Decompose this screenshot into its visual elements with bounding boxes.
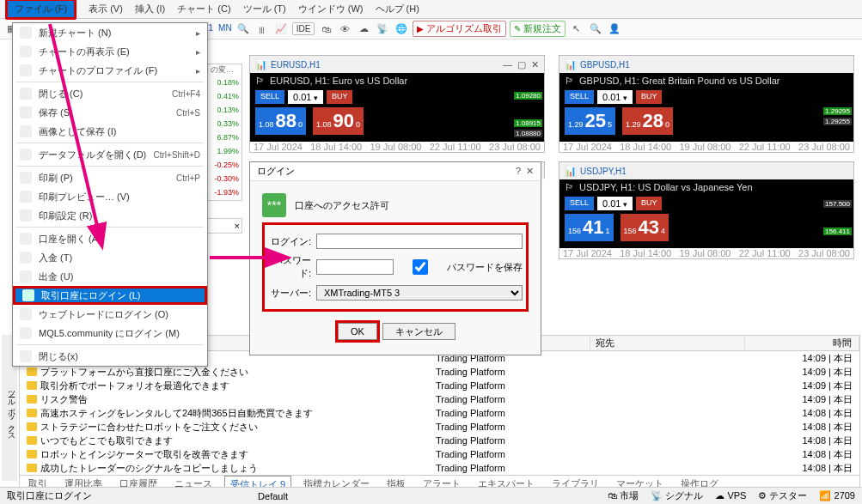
search-icon[interactable]: 🔍 — [588, 21, 603, 37]
mi-login-web[interactable]: ウェブトレードにログイン (O) — [13, 305, 207, 324]
menubar: ファイル (F) 表示 (V) 挿入 (I) チャート (C) ツール (T) … — [0, 0, 862, 19]
rate-val: 6.87% — [207, 133, 241, 147]
sell-button[interactable]: SELL — [565, 197, 594, 210]
sell-button[interactable]: SELL — [565, 90, 594, 104]
close-icon[interactable]: ✕ — [526, 166, 534, 177]
server-label: サーバー: — [268, 287, 311, 300]
price-label: 1.08915 — [514, 119, 542, 127]
server-select[interactable]: XMTrading-MT5 3 — [316, 285, 523, 301]
buy-button[interactable]: BUY — [636, 90, 663, 104]
table-row[interactable]: 取引分析でポートフォリオを最適化できますTrading Platform14:0… — [20, 379, 859, 392]
price-label: 1.08880 — [514, 130, 542, 137]
eye-icon[interactable]: 👁 — [337, 21, 352, 37]
chart-gbpusd: 📊GBPUSD,H1 🏳GBPUSD, H1: Great Britain Po… — [559, 55, 854, 153]
login-input[interactable] — [316, 234, 523, 249]
mail-subject: プラットフォームから直接口座にご入金ください — [40, 366, 248, 379]
annotation-arrow-1 — [41, 24, 136, 258]
status-tester[interactable]: ⚙ テスター — [758, 489, 807, 502]
cancel-button[interactable]: キャンセル — [382, 323, 455, 340]
menu-insert[interactable]: 挿入 (I) — [135, 3, 165, 15]
rate-val: 1.99% — [207, 147, 241, 161]
qty-input[interactable]: 0.01 ▾ — [597, 197, 633, 210]
buy-button[interactable]: BUY — [327, 90, 353, 104]
close-icon[interactable]: ✕ — [531, 59, 539, 70]
table-row[interactable]: リスク警告Trading Platform14:09 | 本日 — [20, 392, 859, 406]
help-icon[interactable]: ? — [516, 166, 521, 177]
price-label: 1.29255 — [823, 118, 852, 125]
col-time[interactable]: 時間 — [828, 337, 859, 349]
mail-time: 14:08 | 本日 — [803, 434, 860, 447]
table-row[interactable]: プラットフォームから直接口座にご入金くださいTrading Platform14… — [20, 365, 859, 379]
tf-mn[interactable]: MN — [218, 23, 232, 34]
status-market[interactable]: 🛍 市場 — [608, 489, 639, 502]
mail-from: Trading Platform — [436, 394, 590, 404]
sell-button[interactable]: SELL — [255, 90, 284, 104]
mi-withdraw[interactable]: 出金 (U) — [13, 267, 207, 286]
mail-subject: 成功したトレーダーのシグナルをコピーしましょう — [40, 462, 258, 475]
table-row[interactable]: ロボットとインジケーターで取引を改善できますTrading Platform14… — [20, 447, 859, 461]
annotation-arrow-2 — [210, 249, 296, 268]
rate-val: 0.13% — [207, 106, 241, 119]
mi-login-mql[interactable]: MQL5.community にログイン (M) — [13, 324, 207, 343]
signal-icon[interactable]: 📡 — [375, 21, 390, 37]
menu-tool[interactable]: ツール (T) — [243, 3, 286, 15]
mail-from: Trading Platform — [436, 463, 590, 473]
status-signal[interactable]: 📡 シグナル — [651, 489, 703, 502]
folder-icon — [27, 464, 37, 472]
buy-button[interactable]: BUY — [636, 197, 663, 210]
qty-input[interactable]: 0.01 ▾ — [288, 90, 323, 104]
table-row[interactable]: 成功したトレーダーのシグナルをコピーしましょうTrading Platform1… — [20, 461, 859, 475]
ok-button[interactable]: OK — [338, 323, 377, 340]
globe-icon[interactable]: 🌐 — [394, 21, 409, 37]
rate-val: 0.33% — [207, 119, 241, 133]
qty-input[interactable]: 0.01 ▾ — [597, 90, 633, 104]
user-icon[interactable]: 👤 — [607, 21, 622, 37]
status-vps[interactable]: ☁ VPS — [715, 490, 746, 501]
mail-time: 14:08 | 本日 — [803, 421, 860, 434]
cursor-icon[interactable]: ↖ — [569, 21, 584, 37]
menu-window[interactable]: ウインドウ (W) — [298, 3, 364, 15]
folder-icon — [27, 409, 37, 417]
chart-title: GBPUSD,H1 — [580, 60, 630, 70]
neworder-button[interactable]: ✎ 新規注文 — [510, 21, 565, 37]
ide-button[interactable]: IDE — [292, 22, 315, 35]
mail-subject: 高速ホスティングをレンタルして24時間365日自動売買できます — [40, 407, 313, 420]
candle-icon[interactable]: ⫼ — [254, 21, 270, 37]
mi-exit[interactable]: 閉じる(x) — [13, 347, 207, 366]
ask-price: 1.08900 — [313, 107, 364, 135]
mail-from: Trading Platform — [436, 435, 590, 446]
table-row[interactable]: 高速ホスティングをレンタルして24時間365日自動売買できますTrading P… — [20, 406, 859, 420]
rate-val: -0.25% — [207, 161, 241, 174]
maximize-icon[interactable]: ▢ — [517, 59, 526, 70]
mail-subject: 取引分析でポートフォリオを最適化できます — [40, 380, 229, 392]
login-form: ログイン: パスワード: パスワードを保存 サーバー:XMTrading-MT5… — [262, 222, 529, 312]
minimize-icon[interactable]: — — [503, 59, 512, 70]
nav-close[interactable]: × — [206, 218, 242, 234]
menu-help[interactable]: ヘルプ (H) — [376, 3, 419, 15]
menu-chart[interactable]: チャート (C) — [177, 3, 230, 15]
cloud-icon[interactable]: ☁ — [356, 21, 371, 37]
mail-from: Trading Platform — [436, 408, 590, 418]
mi-login-trade[interactable]: 取引口座にログイン (L) — [13, 286, 207, 305]
mail-time: 14:08 | 本日 — [803, 407, 860, 420]
bag-icon[interactable]: 🛍 — [318, 21, 333, 37]
line-icon[interactable]: 📈 — [273, 21, 289, 37]
zoomin-icon[interactable]: 🔍 — [235, 21, 251, 37]
savepw-checkbox[interactable] — [399, 259, 442, 275]
folder-icon — [27, 367, 37, 376]
col-to[interactable]: 宛先 — [590, 337, 745, 349]
folder-icon — [27, 381, 37, 390]
status-bar: 取引口座にログイン Default 🛍 市場 📡 シグナル ☁ VPS ⚙ テス… — [0, 487, 862, 504]
algo-button[interactable]: ▶ アルゴリズム取引 — [413, 21, 506, 37]
chart-header: GBPUSD, H1: Great Britain Pound vs US Do… — [579, 76, 780, 86]
mail-from: Trading Platform — [436, 380, 590, 391]
password-input[interactable] — [316, 259, 394, 275]
mail-subject: ストラテジーに合わせたロボットをご注文ください — [40, 421, 258, 434]
menu-file[interactable]: ファイル (F) — [5, 0, 76, 20]
folder-icon — [27, 395, 37, 404]
table-row[interactable]: ストラテジーに合わせたロボットをご注文くださいTrading Platform1… — [20, 420, 859, 434]
table-row[interactable]: いつでもどこでも取引できますTrading Platform14:08 | 本日 — [20, 434, 859, 447]
mail-from: Trading Platform — [436, 422, 590, 432]
dialog-title: ログイン — [257, 165, 295, 178]
menu-view[interactable]: 表示 (V) — [89, 3, 123, 15]
